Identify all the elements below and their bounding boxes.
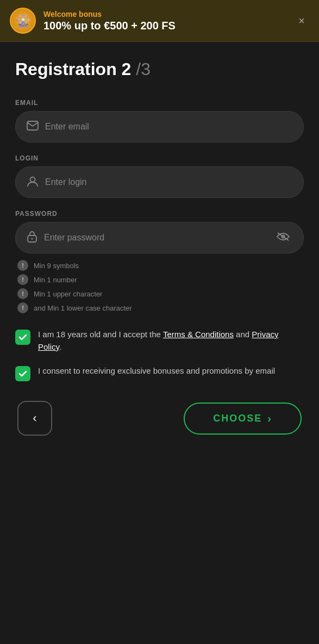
req-item: ! and Min 1 lower case character [17, 302, 304, 313]
svg-point-1 [30, 177, 35, 182]
choose-chevron-icon: › [267, 412, 272, 425]
password-field-group: PASSWORD ! Min 9 sy [15, 210, 304, 313]
bottom-nav: ‹ CHOOSE › [15, 401, 304, 436]
back-button[interactable]: ‹ [17, 401, 52, 436]
page-title: Registration 2 /3 [15, 59, 304, 79]
promo-text: I consent to receiving exclusive bonuses… [38, 365, 275, 377]
choose-label: CHOOSE [213, 413, 262, 424]
privacy-link[interactable]: Privacy Policy [38, 330, 279, 351]
password-label: PASSWORD [15, 210, 304, 218]
login-input[interactable] [45, 177, 292, 187]
password-input[interactable] [44, 233, 274, 243]
bonus-text: Welcome bonus 100% up to €500 + 200 FS [43, 10, 309, 32]
req-icon-4: ! [17, 302, 28, 313]
user-icon [27, 175, 39, 190]
bonus-icon: 🎡 [10, 8, 36, 34]
req-icon-3: ! [17, 288, 28, 299]
choose-button[interactable]: CHOOSE › [184, 403, 302, 435]
terms-checkbox[interactable] [15, 330, 30, 345]
step-indicator: /3 [136, 59, 151, 79]
terms-link[interactable]: Terms & Conditions [163, 330, 234, 339]
close-banner-button[interactable]: × [294, 13, 309, 29]
req-icon-2: ! [17, 274, 28, 285]
main-content: Registration 2 /3 EMAIL LOGIN [0, 42, 319, 453]
login-label: LOGIN [15, 154, 304, 162]
terms-text: I am 18 years old and I accept the Terms… [38, 329, 304, 353]
back-chevron-icon: ‹ [33, 411, 36, 425]
lock-icon [27, 231, 37, 245]
email-input[interactable] [45, 122, 292, 132]
svg-line-5 [278, 233, 289, 240]
email-icon [27, 121, 39, 133]
terms-checkbox-item: I am 18 years old and I accept the Terms… [15, 329, 304, 353]
login-field-group: LOGIN [15, 154, 304, 198]
password-requirements: ! Min 9 symbols ! Min 1 number ! Min 1 u… [15, 260, 304, 313]
toggle-password-icon[interactable] [274, 230, 292, 246]
promo-checkbox-item: I consent to receiving exclusive bonuses… [15, 365, 304, 381]
bonus-amount: 100% up to €500 + 200 FS [43, 20, 309, 32]
req-icon-1: ! [17, 260, 28, 271]
checkbox-group: I am 18 years old and I accept the Terms… [15, 329, 304, 381]
svg-point-3 [32, 238, 33, 239]
login-input-wrapper [15, 166, 304, 198]
req-item: ! Min 1 number [17, 274, 304, 285]
req-item: ! Min 9 symbols [17, 260, 304, 271]
email-label: EMAIL [15, 99, 304, 107]
bonus-title: Welcome bonus [43, 10, 309, 18]
email-input-wrapper [15, 111, 304, 143]
email-field-group: EMAIL [15, 99, 304, 143]
password-input-wrapper [15, 222, 304, 253]
welcome-banner: 🎡 Welcome bonus 100% up to €500 + 200 FS… [0, 0, 319, 42]
req-item: ! Min 1 upper character [17, 288, 304, 299]
promo-checkbox[interactable] [15, 366, 30, 381]
